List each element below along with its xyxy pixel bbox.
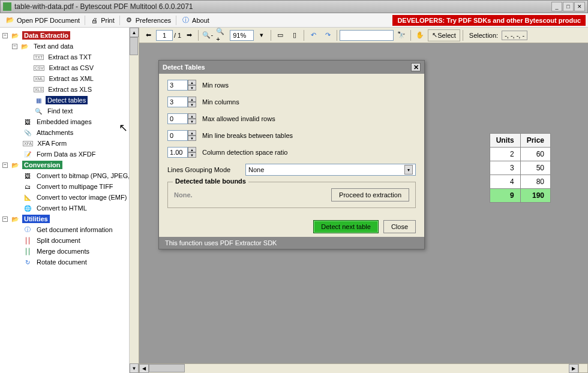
tree-find-text[interactable]: 🔍 Find text — [0, 106, 139, 116]
tree-embedded-images[interactable]: 🖼 Embedded images — [0, 116, 139, 127]
min-rows-spinner[interactable]: ▲▼ — [167, 80, 196, 91]
horizontal-scrollbar[interactable]: ◀ ▶ — [139, 363, 578, 373]
spin-down-icon[interactable]: ▼ — [188, 119, 196, 124]
convert-html-label: Convert to HTML — [35, 204, 89, 212]
proceed-extraction-button[interactable]: Proceed to extraction — [331, 188, 409, 201]
min-rows-input[interactable] — [167, 80, 188, 91]
search-input[interactable] — [340, 30, 394, 41]
form-xfdf-label: Form Data as XFDF — [35, 150, 97, 158]
dialog-close-button[interactable]: ✕ — [411, 63, 421, 71]
tree-merge[interactable]: ⎮⎮ Merge documents — [0, 246, 139, 257]
minimize-button[interactable]: _ — [551, 2, 562, 11]
scroll-down-icon[interactable]: ▼ — [130, 363, 139, 373]
spin-up-icon[interactable]: ▲ — [188, 113, 196, 119]
tree-extract-txt[interactable]: TXT Extract as TXT — [0, 52, 139, 62]
tree-get-info[interactable]: ⓘ Get document information — [0, 224, 139, 235]
min-cols-input[interactable] — [167, 97, 188, 107]
max-invalid-input[interactable] — [167, 113, 188, 124]
spin-down-icon[interactable]: ▼ — [188, 102, 196, 107]
rotate-ccw-button[interactable]: ↶ — [307, 29, 320, 41]
min-rows-label: Min rows — [202, 82, 229, 89]
zoom-in-button[interactable]: 🔍+ — [215, 29, 229, 41]
scroll-left-icon[interactable]: ◀ — [139, 364, 149, 373]
hand-icon: ✋ — [416, 31, 424, 39]
sidebar: − 📂 Data Extractio − 📂 Text and data TXT… — [0, 28, 139, 373]
toolbar-separator — [176, 16, 176, 25]
collapse-icon[interactable]: − — [12, 44, 17, 49]
collapse-icon[interactable]: − — [2, 33, 8, 38]
page-number-input[interactable] — [156, 30, 173, 41]
tree-extract-xls[interactable]: XLS Extract as XLS — [0, 84, 139, 95]
zoom-dropdown-button[interactable]: ▾ — [255, 29, 268, 41]
maximize-button[interactable]: □ — [563, 2, 574, 11]
embedded-images-label: Embedded images — [35, 118, 94, 126]
tree-conversion[interactable]: − 📂 Conversion — [0, 160, 139, 170]
tree-detect-tables[interactable]: ▦ Detect tables — [0, 95, 139, 106]
tree-utilities[interactable]: − 📂 Utilities — [0, 213, 139, 224]
tree-convert-html[interactable]: 🌐 Convert to HTML — [0, 203, 139, 213]
tree-extract-xml[interactable]: XML Extract as XML — [0, 73, 139, 84]
document-toolbar: ⬅ / 1 ➡ 🔍- 🔍+ ▾ ▭ ▯ ↶ ↷ 🔭 ✋ ↖ Select — [139, 28, 588, 43]
tree-data-extraction[interactable]: − 📂 Data Extractio — [0, 30, 139, 41]
extract-xml-label: Extract as XML — [47, 74, 95, 83]
select-tool-button[interactable]: ↖ Select — [428, 29, 460, 41]
detect-next-table-button[interactable]: Detect next table — [313, 220, 379, 233]
spin-up-icon[interactable]: ▲ — [188, 130, 196, 136]
min-breaks-spinner[interactable]: ▲▼ — [167, 130, 196, 141]
col-ratio-input[interactable] — [167, 147, 188, 158]
arrow-left-icon: ⬅ — [146, 31, 151, 39]
collapse-icon[interactable]: − — [2, 216, 8, 222]
find-text-label: Find text — [46, 107, 74, 115]
toolbar-separator — [304, 30, 304, 41]
min-breaks-input[interactable] — [167, 130, 188, 141]
tree-extract-csv[interactable]: CSV Extract as CSV — [0, 62, 139, 73]
tree-convert-bitmap[interactable]: 🖼 Convert to bitmap (PNG, JPEG, — [0, 170, 139, 181]
tree-convert-tiff[interactable]: 🗂 Convert to multipage TIFF — [0, 181, 139, 192]
tree-attachments[interactable]: 📎 Attachments — [0, 127, 139, 138]
developer-banner[interactable]: DEVELOPERS: Try PDF SDKs and other Bytes… — [392, 15, 586, 26]
paperclip-icon: 📎 — [23, 128, 32, 137]
min-cols-spinner[interactable]: ▲▼ — [167, 97, 196, 107]
tree-xfa-form[interactable]: XFA XFA Form — [0, 138, 139, 149]
hand-tool-button[interactable]: ✋ — [413, 29, 427, 41]
sidebar-scrollbar[interactable]: ▲ ▼ — [129, 28, 139, 373]
collapse-icon[interactable]: − — [2, 163, 8, 168]
tree-form-xfdf[interactable]: 📝 Form Data as XFDF — [0, 149, 139, 160]
spin-up-icon[interactable]: ▲ — [188, 80, 196, 85]
nav-back-button[interactable]: ⬅ — [142, 29, 155, 41]
open-pdf-button[interactable]: 📂 Open PDF Document — [2, 15, 83, 26]
grouping-mode-select[interactable]: None ▾ — [245, 164, 416, 176]
spin-down-icon[interactable]: ▼ — [188, 136, 196, 141]
zoom-out-button[interactable]: 🔍- — [201, 29, 214, 41]
col-ratio-spinner[interactable]: ▲▼ — [167, 147, 196, 158]
zoom-input[interactable] — [230, 30, 254, 41]
window-close-button[interactable]: ✕ — [574, 2, 585, 11]
scroll-track[interactable] — [149, 364, 569, 373]
app-icon — [3, 2, 11, 11]
dialog-close-btn[interactable]: Close — [383, 220, 416, 233]
image-icon: 🖼 — [23, 118, 32, 126]
toolbar-separator — [410, 30, 411, 41]
tree-rotate[interactable]: ↻ Rotate document — [0, 257, 139, 267]
scroll-thumb[interactable] — [149, 364, 185, 372]
preferences-button[interactable]: ⚙ Preferences — [121, 15, 175, 26]
scroll-thumb[interactable] — [130, 37, 138, 55]
fit-page-button[interactable]: ▭ — [274, 29, 287, 41]
about-button[interactable]: ⓘ About — [178, 15, 213, 26]
dialog-titlebar[interactable]: Detect Tables ✕ — [159, 61, 424, 74]
tree-split[interactable]: ⎮⎮ Split document — [0, 235, 139, 246]
search-button[interactable]: 🔭 — [395, 29, 408, 41]
print-button[interactable]: 🖨 Print — [86, 15, 118, 26]
scroll-right-icon[interactable]: ▶ — [569, 364, 578, 373]
nav-forward-button[interactable]: ➡ — [182, 29, 196, 41]
fit-width-button[interactable]: ▯ — [288, 29, 301, 41]
spin-up-icon[interactable]: ▲ — [188, 97, 196, 102]
rotate-cw-button[interactable]: ↷ — [321, 29, 334, 41]
scroll-up-icon[interactable]: ▲ — [130, 28, 139, 37]
max-invalid-spinner[interactable]: ▲▼ — [167, 113, 196, 124]
spin-up-icon[interactable]: ▲ — [188, 147, 196, 152]
spin-down-icon[interactable]: ▼ — [188, 85, 196, 91]
tree-convert-vector[interactable]: 📐 Convert to vector image (EMF) — [0, 192, 139, 203]
tree-text-and-data[interactable]: − 📂 Text and data — [0, 41, 139, 52]
spin-down-icon[interactable]: ▼ — [188, 152, 196, 158]
